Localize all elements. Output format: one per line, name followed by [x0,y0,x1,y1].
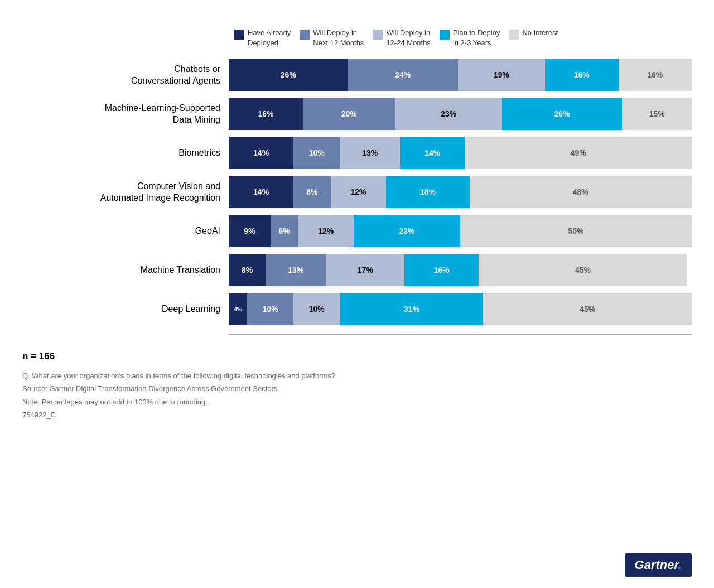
legend-swatch-plan23 [440,30,450,40]
row-label-6: Deep Learning [22,303,229,315]
bar-segment-2-1: 10% [293,137,340,169]
bar-segment-0-1: 24% [348,59,458,91]
bar-segment-1-0: 16% [229,98,303,130]
bar-segment-6-1: 10% [247,293,293,325]
legend-item-plan23: Plan to Deploy in 2-3 Years [440,28,500,47]
legend-text-plan23: Plan to Deploy in 2-3 Years [453,28,500,47]
legend-item-months1224: Will Deploy in 12-24 Months [373,28,431,47]
bar-segment-4-0: 9% [229,215,271,247]
bar-segment-6-3: 31% [340,293,483,325]
bar-segment-1-3: 26% [502,98,623,130]
bar-segment-6-4: 45% [483,293,692,325]
bar-segment-4-1: 6% [271,215,298,247]
row-label-0: Chatbots or Conversational Agents [22,63,229,87]
bar-container-3: 14%8%12%18%48% [229,176,692,208]
bar-segment-3-2: 12% [331,176,387,208]
legend-swatch-months1224 [373,30,383,40]
bar-container-2: 14%10%13%14%49% [229,137,692,169]
bar-segment-5-2: 17% [326,254,404,286]
bar-segment-0-0: 26% [229,59,348,91]
row-label-2: Biometrics [22,147,229,159]
bar-segment-1-1: 20% [303,98,395,130]
bar-segment-4-4: 50% [460,215,692,247]
bar-segment-4-3: 23% [354,215,460,247]
chart-row-3: Computer Vision and Automated Image Reco… [22,176,692,208]
bar-segment-6-0: 4% [229,293,247,325]
chart-row-4: GeoAI9%6%12%23%50% [22,215,692,247]
bar-segment-4-2: 12% [298,215,354,247]
chart-row-0: Chatbots or Conversational Agents26%24%1… [22,59,692,91]
legend-text-deployed: Have Already Deployed [248,28,291,47]
chart-row-5: Machine Translation8%13%17%16%45% [22,254,692,286]
chart-row-1: Machine-Learning-Supported Data Mining16… [22,98,692,130]
legend-item-nointerest: No Interest [509,28,558,47]
footer-line-1: Source: Gartner Digital Transformation D… [22,382,692,395]
bar-container-4: 9%6%12%23%50% [229,215,692,247]
legend-swatch-next12 [300,30,310,40]
legend-item-next12: Will Deploy in Next 12 Months [300,28,364,47]
bar-segment-3-3: 18% [386,176,469,208]
bar-segment-0-4: 16% [619,59,692,91]
row-label-5: Machine Translation [22,264,229,276]
legend-item-deployed: Have Already Deployed [234,28,291,47]
bar-segment-0-2: 19% [458,59,545,91]
bar-segment-2-0: 14% [229,137,293,169]
bar-segment-1-4: 15% [622,98,692,130]
bar-container-5: 8%13%17%16%45% [229,254,692,286]
gartner-logo: Gartner. [625,553,692,577]
bar-segment-5-0: 8% [229,254,266,286]
legend-swatch-deployed [234,30,244,40]
row-label-4: GeoAI [22,225,229,237]
chart-area: Chatbots or Conversational Agents26%24%1… [22,59,692,332]
bar-segment-2-4: 49% [465,137,692,169]
bar-container-6: 4%10%10%31%45% [229,293,692,325]
n-value: n = 166 [22,349,692,365]
gartner-label: Gartner. [635,558,682,572]
footer-line-2: Note: Percentages may not add to 100% du… [22,396,692,408]
legend-text-nointerest: No Interest [522,28,558,38]
chart-row-2: Biometrics14%10%13%14%49% [22,137,692,169]
bar-segment-5-3: 16% [404,254,479,286]
footer: n = 166Q. What are your organization's p… [22,349,692,421]
bar-segment-6-2: 10% [293,293,340,325]
bar-segment-5-1: 13% [266,254,326,286]
bar-segment-0-3: 16% [545,59,618,91]
legend: Have Already DeployedWill Deploy in Next… [234,28,692,47]
row-label-1: Machine-Learning-Supported Data Mining [22,102,229,126]
bar-segment-1-2: 23% [395,98,502,130]
footer-line-0: Q. What are your organization's plans in… [22,369,692,382]
bar-segment-3-4: 48% [470,176,692,208]
legend-text-months1224: Will Deploy in 12-24 Months [386,28,431,47]
bar-container-0: 26%24%19%16%16% [229,59,692,91]
legend-swatch-nointerest [509,30,519,40]
bar-segment-2-2: 13% [340,137,400,169]
footer-line-3: 754922_C [22,408,692,421]
legend-text-next12: Will Deploy in Next 12 Months [313,28,364,47]
chart-row-6: Deep Learning4%10%10%31%45% [22,293,692,325]
bar-container-1: 16%20%23%26%15% [229,98,692,130]
gartner-dot: . [678,558,682,572]
bar-segment-3-0: 14% [229,176,293,208]
bar-segment-2-3: 14% [400,137,465,169]
row-label-3: Computer Vision and Automated Image Reco… [22,180,229,204]
bar-segment-3-1: 8% [293,176,330,208]
bar-segment-5-4: 45% [479,254,687,286]
